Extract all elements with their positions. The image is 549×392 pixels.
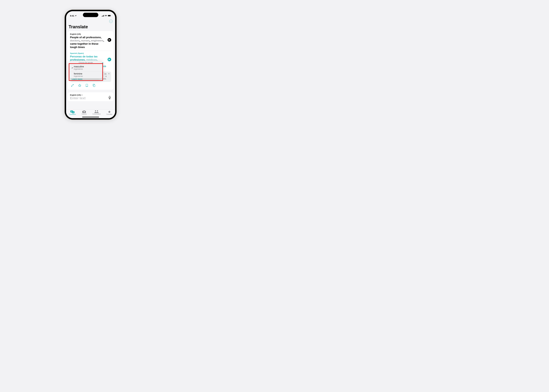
input-language-selector[interactable]: English (US) (70, 94, 111, 96)
microphone-button[interactable] (108, 96, 111, 100)
svg-point-12 (84, 111, 85, 112)
status-left: 9:41 (70, 14, 77, 17)
svg-rect-6 (111, 15, 111, 16)
action-row (70, 82, 111, 88)
cellular-icon (102, 15, 104, 16)
input-placeholder: Enter text (70, 96, 85, 100)
copy-icon (92, 84, 96, 87)
svg-rect-3 (104, 15, 104, 16)
more-button[interactable] (109, 20, 113, 23)
card-divider (70, 51, 111, 51)
play-source-button[interactable] (108, 38, 111, 42)
tab-label: Conversation (92, 113, 101, 115)
svg-point-13 (95, 110, 96, 112)
camera-tab-icon (82, 110, 86, 113)
source-language-label: English (US) (70, 33, 111, 35)
gender-option-feminine[interactable]: feminine ingenieras (70, 71, 102, 78)
gender-option-title: masculine (74, 65, 84, 68)
wifi-icon (105, 15, 107, 16)
copy-button[interactable] (92, 84, 96, 87)
tab-label: Camera (82, 113, 87, 115)
tab-label: Favorites (106, 113, 112, 115)
target-language-label: Spanish (Spain) (70, 52, 111, 54)
home-indicator[interactable] (82, 117, 99, 117)
chevron-updown-icon (81, 94, 83, 96)
svg-rect-1 (102, 16, 103, 16)
svg-rect-5 (108, 15, 111, 16)
gender-option-subtitle: ingenieros (74, 68, 84, 70)
location-icon (75, 15, 77, 17)
input-card[interactable]: English (US) Enter text (68, 92, 113, 101)
microphone-icon (108, 96, 111, 99)
play-target-button[interactable] (108, 58, 111, 61)
tab-label: Translation (69, 113, 76, 115)
status-right (102, 15, 111, 16)
screen: 9:41 Translate English (US) People of al… (66, 11, 115, 118)
play-icon (109, 39, 110, 41)
phone-device: 9:41 Translate English (US) People of al… (64, 9, 117, 120)
svg-rect-0 (102, 16, 102, 16)
expand-icon (71, 84, 74, 87)
page-title: Translate (69, 24, 113, 29)
gender-option-subtitle: ingenieras (74, 75, 83, 77)
title-row: Translate (66, 24, 115, 31)
info-partial-text: ns ll ions. (103, 73, 106, 80)
dictionary-button[interactable] (85, 84, 88, 87)
translation-card: English (US) People of all professions, … (68, 31, 113, 90)
close-icon (108, 73, 110, 75)
play-icon (109, 59, 110, 60)
popover-header: Choose the gender (70, 61, 102, 64)
translation-tab-icon (70, 110, 75, 113)
favorites-tab-icon (108, 110, 111, 113)
book-icon (85, 84, 88, 87)
dynamic-island (83, 13, 98, 17)
tab-favorites[interactable]: Favorites (106, 110, 112, 118)
svg-point-14 (97, 110, 98, 112)
checkmark-icon (71, 67, 73, 69)
status-time: 9:41 (70, 14, 74, 17)
source-text[interactable]: People of all professions, doctors, nurs… (70, 36, 111, 49)
battery-icon (108, 15, 111, 16)
conversation-tab-icon (94, 110, 99, 113)
info-close-button[interactable] (108, 73, 110, 75)
svg-rect-8 (93, 85, 95, 87)
nav-row (66, 18, 115, 24)
star-icon (78, 84, 81, 87)
svg-rect-2 (103, 15, 103, 16)
gender-option-title: feminine (74, 72, 83, 75)
svg-rect-9 (109, 96, 110, 98)
tab-translation[interactable]: Translation (69, 110, 76, 118)
gender-option-masculine[interactable]: masculine ingenieros (70, 64, 102, 71)
expand-button[interactable] (71, 84, 74, 87)
gender-popover: Choose the gender masculine ingenieros f… (70, 61, 102, 78)
favorite-button[interactable] (78, 84, 81, 87)
